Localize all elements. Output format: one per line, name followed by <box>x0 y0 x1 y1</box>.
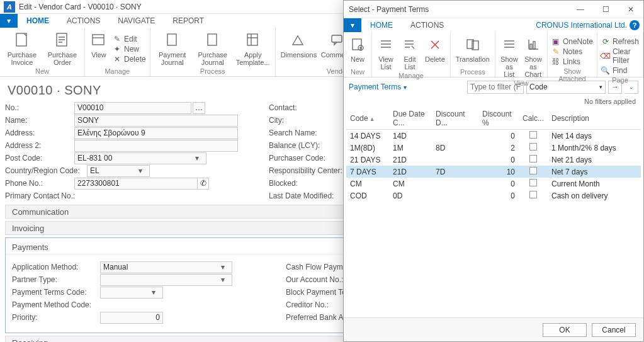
tab-report[interactable]: REPORT <box>164 14 213 28</box>
list-icon <box>500 36 518 54</box>
apply-template-button[interactable]: Apply Template... <box>235 30 271 66</box>
col-description[interactable]: Description <box>548 108 641 130</box>
pencil-icon: ✎ <box>113 35 121 43</box>
dialog-header[interactable]: Payment Terms▾ <box>349 83 407 91</box>
new-icon <box>349 36 366 54</box>
label-paymentmethod: Payment Method Code: <box>12 300 100 309</box>
checkbox[interactable] <box>529 179 537 186</box>
find-icon: 🔍 <box>601 66 610 75</box>
address2-input[interactable] <box>74 140 238 152</box>
label-purchaser: Purchaser Code: <box>269 154 338 162</box>
app-logo-icon: A <box>4 1 15 13</box>
purchase-invoice-button[interactable]: Purchase Invoice <box>4 30 40 66</box>
checkbox[interactable] <box>529 143 537 151</box>
purchase-order-button[interactable]: Purchase Order <box>44 30 81 66</box>
close-button[interactable]: ✕ <box>618 1 643 18</box>
new-button[interactable]: ✦New <box>113 45 146 54</box>
journal-icon <box>204 31 222 49</box>
appmethod-input[interactable] <box>100 261 232 273</box>
dialog-new-button[interactable]: New <box>347 35 368 67</box>
template-icon <box>244 31 262 49</box>
col-discountpct[interactable]: Discount % <box>478 108 519 130</box>
payment-journal-button[interactable]: Payment Journal <box>154 30 191 66</box>
postcode-input[interactable] <box>74 152 206 164</box>
dialog-ribbon-tabs: ▾ HOME ACTIONS CRONUS International Ltd.… <box>344 18 643 32</box>
label-address2: Address 2: <box>5 141 74 150</box>
view-list-button[interactable]: View List <box>376 35 396 71</box>
col-discountdate[interactable]: Discount D... <box>432 108 478 130</box>
table-row[interactable]: 14 DAYS14D0Net 14 days <box>346 130 641 142</box>
phone-input[interactable] <box>74 178 198 190</box>
table-row[interactable]: 21 DAYS21D0Net 21 days <box>346 154 641 166</box>
delete-icon <box>426 36 444 54</box>
dimensions-button[interactable]: Dimensions <box>280 30 316 66</box>
checkbox[interactable] <box>529 155 537 162</box>
edit-list-button[interactable]: Edit List <box>400 35 420 71</box>
label-partnertype: Partner Type: <box>12 275 100 284</box>
help-icon[interactable]: ? <box>630 20 640 30</box>
label-name: Name: <box>5 116 74 125</box>
payment-terms-table: Code▲ Due Date C... Discount D... Discou… <box>346 108 641 202</box>
tab-actions[interactable]: ACTIONS <box>58 14 109 28</box>
tab-home[interactable]: HOME <box>18 14 58 28</box>
document-icon <box>13 31 31 49</box>
svg-rect-5 <box>247 34 257 45</box>
file-tab[interactable]: ▾ <box>0 14 18 28</box>
show-as-chart-button[interactable]: Show as Chart <box>523 35 543 78</box>
col-code[interactable]: Code▲ <box>346 108 389 130</box>
dialog-tab-actions[interactable]: ACTIONS <box>402 18 453 32</box>
refresh-icon: ⟳ <box>601 37 610 46</box>
company-name[interactable]: CRONUS International Ltd.? <box>536 20 643 30</box>
translation-button[interactable]: Translation <box>455 35 491 67</box>
tab-navigate[interactable]: NAVIGATE <box>109 14 164 28</box>
notes-button[interactable]: ✎Notes <box>551 47 593 56</box>
name-input[interactable] <box>74 115 238 127</box>
chevron-down-icon: ⌄ <box>629 84 634 90</box>
maximize-button[interactable]: ☐ <box>593 1 618 18</box>
label-appmethod: Application Method: <box>12 263 100 271</box>
view-icon <box>90 31 108 49</box>
checkbox[interactable] <box>529 191 537 198</box>
delete-button[interactable]: ✕Delete <box>113 55 146 64</box>
address-input[interactable] <box>74 127 238 139</box>
ok-button[interactable]: OK <box>543 323 587 337</box>
checkbox[interactable] <box>529 167 537 174</box>
phone-icon[interactable]: ✆ <box>198 178 209 190</box>
new-icon: ✦ <box>113 45 121 54</box>
label-contact: Contact: <box>269 103 338 112</box>
links-icon: ⛓ <box>551 57 560 66</box>
no-input[interactable] <box>74 102 191 114</box>
refresh-button[interactable]: ⟳Refresh <box>601 37 639 46</box>
paymentterms-input[interactable] <box>100 287 163 299</box>
col-duedate[interactable]: Due Date C... <box>389 108 432 130</box>
cancel-button[interactable]: Cancel <box>592 323 636 337</box>
minimize-button[interactable]: — <box>568 1 593 18</box>
dialog-delete-button[interactable]: Delete <box>424 35 446 71</box>
sort-asc-icon: ▲ <box>370 116 375 122</box>
checkbox[interactable] <box>529 131 537 139</box>
purchase-journal-button[interactable]: Purchase Journal <box>195 30 231 66</box>
no-filters-label: No filters applied <box>344 96 643 108</box>
edit-button[interactable]: ✎Edit <box>113 35 146 43</box>
find-button[interactable]: 🔍Find <box>601 66 639 75</box>
table-row[interactable]: CMCM0Current Month <box>346 178 641 190</box>
label-priority: Priority: <box>12 313 100 322</box>
label-country: Country/Region Code: <box>5 166 87 175</box>
dialog-file-tab[interactable]: ▾ <box>344 18 361 32</box>
svg-rect-14 <box>533 42 535 49</box>
show-as-list-button[interactable]: Show as List <box>499 35 519 78</box>
country-input[interactable] <box>87 165 150 177</box>
col-calc[interactable]: Calc... <box>519 108 548 130</box>
onenote-button[interactable]: ▣OneNote <box>551 37 593 46</box>
no-assist-button[interactable]: … <box>193 102 205 114</box>
view-button[interactable]: View <box>89 30 109 66</box>
partnertype-input[interactable] <box>100 274 232 286</box>
table-row[interactable]: 1M(8D)1M8D21 Month/2% 8 days <box>346 142 641 154</box>
clear-filter-button[interactable]: ⌫Clear Filter <box>601 47 639 65</box>
table-row[interactable]: COD0D0Cash on delivery <box>346 190 641 202</box>
label-phone: Phone No.: <box>5 179 74 188</box>
table-row[interactable]: 7 DAYS21D7D10Net 7 days <box>346 166 641 178</box>
priority-input[interactable] <box>100 312 163 324</box>
dialog-tab-home[interactable]: HOME <box>361 18 402 32</box>
links-button[interactable]: ⛓Links <box>551 57 593 66</box>
